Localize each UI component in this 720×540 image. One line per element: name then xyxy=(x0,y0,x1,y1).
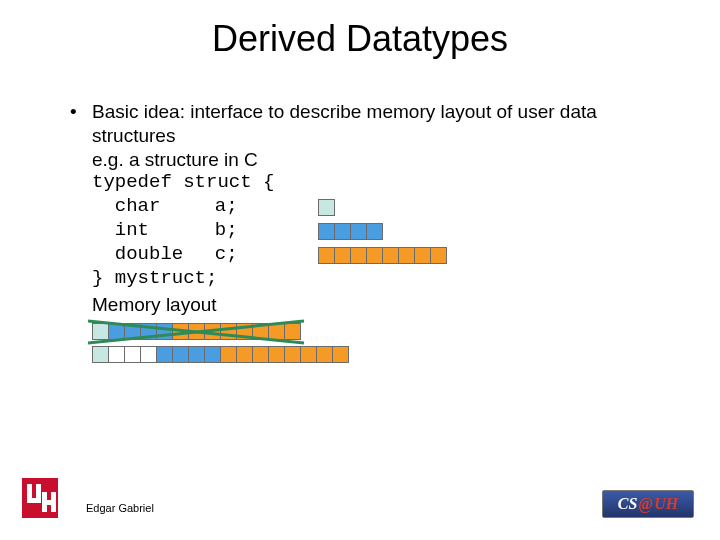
mem-cell xyxy=(366,223,383,240)
mem-cell xyxy=(92,323,109,340)
code-line-1: typedef struct { xyxy=(92,171,650,195)
legend-int xyxy=(318,223,383,240)
mem-cell xyxy=(430,247,447,264)
legend-char xyxy=(318,199,335,216)
mem-cell xyxy=(92,346,109,363)
layout-row-aligned xyxy=(92,346,650,363)
mem-cell xyxy=(188,323,205,340)
member-b: b; xyxy=(215,219,238,243)
mem-cell xyxy=(284,323,301,340)
mem-cell xyxy=(108,323,125,340)
layout-row-naive xyxy=(92,323,650,340)
mem-cell xyxy=(108,346,125,363)
mem-cell xyxy=(140,346,157,363)
type-char: char xyxy=(115,195,215,219)
mem-cell xyxy=(334,223,351,240)
footer: Edgar Gabriel CS@UH xyxy=(0,482,720,528)
member-a: a; xyxy=(215,195,238,219)
mem-cell xyxy=(220,346,237,363)
mem-cell xyxy=(252,346,269,363)
mem-cell xyxy=(414,247,431,264)
mem-cell xyxy=(172,323,189,340)
mem-cell xyxy=(398,247,415,264)
mem-cell xyxy=(268,346,285,363)
mem-cell xyxy=(334,247,351,264)
type-int: int xyxy=(115,219,215,243)
mem-cell xyxy=(172,346,189,363)
mem-cell xyxy=(236,323,253,340)
badge-cs: CS xyxy=(618,495,638,513)
mem-cell xyxy=(366,247,383,264)
mem-cell xyxy=(140,323,157,340)
code-line-double: double c; xyxy=(92,243,650,267)
bullet-text: Basic idea: interface to describe memory… xyxy=(92,100,650,148)
mem-cell xyxy=(156,323,173,340)
mem-cell xyxy=(350,247,367,264)
mem-cell xyxy=(268,323,285,340)
mem-cell xyxy=(188,346,205,363)
mem-cell xyxy=(156,346,173,363)
code-block: typedef struct { char a; int b; double xyxy=(92,171,650,291)
mem-cell xyxy=(318,247,335,264)
mem-cell xyxy=(332,346,349,363)
mem-cell xyxy=(204,346,221,363)
bullet-item: • Basic idea: interface to describe memo… xyxy=(70,100,650,148)
mem-cell xyxy=(204,323,221,340)
code-line-int: int b; xyxy=(92,219,650,243)
mem-cell xyxy=(124,323,141,340)
slide-title: Derived Datatypes xyxy=(0,18,720,60)
mem-cell xyxy=(316,346,333,363)
bullet-dot: • xyxy=(70,100,92,148)
badge-at: @ xyxy=(638,495,653,513)
mem-cell xyxy=(124,346,141,363)
example-line: e.g. a structure in C xyxy=(92,148,650,172)
mem-cell xyxy=(252,323,269,340)
mem-cell xyxy=(318,199,335,216)
mem-cell xyxy=(236,346,253,363)
uh-logo xyxy=(22,478,58,518)
mem-cell xyxy=(284,346,301,363)
svg-rect-5 xyxy=(27,498,41,503)
type-double: double xyxy=(115,243,215,267)
legend-double xyxy=(318,247,447,264)
mem-cell xyxy=(382,247,399,264)
memory-layout-label: Memory layout xyxy=(92,293,650,317)
mem-cell xyxy=(318,223,335,240)
csuh-badge: CS@UH xyxy=(602,490,694,518)
code-line-char: char a; xyxy=(92,195,650,219)
code-line-5: } mystruct; xyxy=(92,267,650,291)
author-name: Edgar Gabriel xyxy=(86,502,154,514)
slide-body: • Basic idea: interface to describe memo… xyxy=(70,100,650,363)
mem-cell xyxy=(350,223,367,240)
memory-layout-diagram xyxy=(92,323,650,363)
member-c: c; xyxy=(215,243,238,267)
mem-cell xyxy=(220,323,237,340)
mem-cell xyxy=(300,346,317,363)
badge-uh: UH xyxy=(654,495,678,513)
svg-rect-8 xyxy=(42,500,56,505)
